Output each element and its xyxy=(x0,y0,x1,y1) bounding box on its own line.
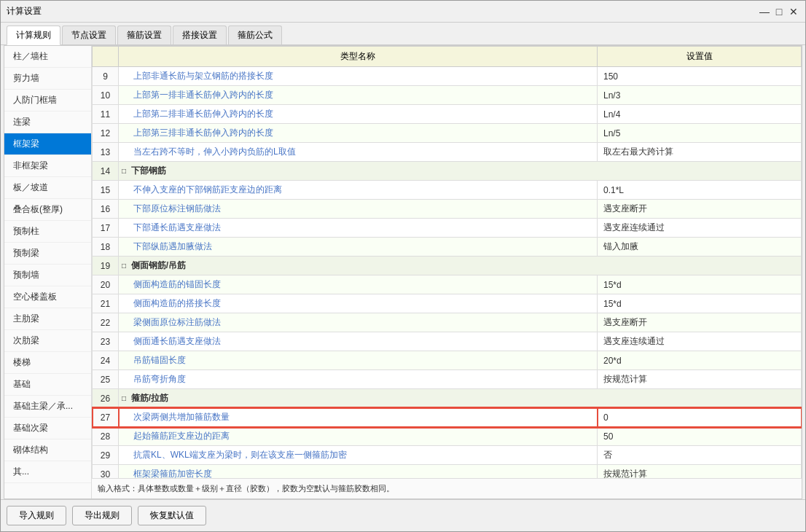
row-num: 13 xyxy=(93,143,119,162)
sidebar-item-foundation-main[interactable]: 基础主梁／承... xyxy=(4,396,91,418)
table-row[interactable]: 20侧面构造筋的锚固长度15*d xyxy=(93,275,802,294)
sidebar-item-precast-wall[interactable]: 预制墙 xyxy=(4,265,91,286)
table-row[interactable]: 17下部通长筋遇支座做法遇支座连续通过 xyxy=(93,219,802,238)
row-value[interactable]: 按规范计算 xyxy=(598,370,802,389)
sidebar-item-secondary-rib[interactable]: 次肋梁 xyxy=(4,330,91,352)
row-name: 上部第二排非通长筋伸入跨内的长度 xyxy=(119,105,598,124)
table-row[interactable]: 21侧面构造筋的搭接长度15*d xyxy=(93,294,802,313)
row-value[interactable]: 0.1*L xyxy=(598,181,802,200)
section-name: □ 侧面钢筋/吊筋 xyxy=(119,257,802,275)
row-value[interactable]: 150 xyxy=(598,67,802,86)
tab-stirrup-formula[interactable]: 箍筋公式 xyxy=(228,26,282,44)
export-button[interactable]: 导出规则 xyxy=(72,506,132,525)
sidebar-item-hollow-floor[interactable]: 空心楼盖板 xyxy=(4,286,91,308)
table-row[interactable]: 24吊筋锚固长度20*d xyxy=(93,351,802,370)
close-button[interactable]: ✕ xyxy=(788,6,799,17)
row-value[interactable]: 遇支座连续通过 xyxy=(598,219,802,238)
sidebar-item-lian-liang[interactable]: 连梁 xyxy=(4,112,91,133)
table-row[interactable]: 9上部非通长筋与架立钢筋的搭接长度150 xyxy=(93,67,802,86)
restore-button[interactable]: 恢复默认值 xyxy=(138,506,206,525)
table-row[interactable]: 29抗震KL、WKL端支座为梁时，则在该支座一侧箍筋加密否 xyxy=(93,446,802,465)
sidebar-item-other[interactable]: 其... xyxy=(4,461,91,483)
row-name: 侧面构造筋的锚固长度 xyxy=(119,275,598,294)
table-row[interactable]: 30框架梁箍筋加密长度按规范计算 xyxy=(93,465,802,479)
status-bar: 输入格式：具体整数或数量＋级别＋直径（胶数），胶数为空默认与箍筋胶数相同。 xyxy=(92,478,802,498)
tab-node-settings[interactable]: 节点设置 xyxy=(62,26,116,44)
row-num: 9 xyxy=(93,67,119,86)
collapse-icon[interactable]: □ xyxy=(122,262,128,270)
row-value[interactable]: 0 xyxy=(598,408,802,427)
sidebar-item-column[interactable]: 柱／墙柱 xyxy=(4,46,91,68)
row-num: 16 xyxy=(93,200,119,219)
table-row[interactable]: 15不伸入支座的下部钢筋距支座边的距离0.1*L xyxy=(93,181,802,200)
table-row[interactable]: 26□ 箍筋/拉筋 xyxy=(93,389,802,408)
sidebar-item-masonry[interactable]: 砌体结构 xyxy=(4,439,91,461)
table-row[interactable]: 11上部第二排非通长筋伸入跨内的长度Ln/4 xyxy=(93,105,802,124)
title-bar: 计算设置 — □ ✕ xyxy=(1,1,805,23)
row-name: 吊筋弯折角度 xyxy=(119,370,598,389)
collapse-icon[interactable]: □ xyxy=(122,394,128,402)
table-row[interactable]: 28起始箍筋距支座边的距离50 xyxy=(93,427,802,446)
row-value[interactable]: 锚入加腋 xyxy=(598,238,802,257)
row-value[interactable]: 否 xyxy=(598,446,802,465)
row-num: 12 xyxy=(93,124,119,143)
table-row[interactable]: 27次梁两侧共增加箍筋数量0 xyxy=(93,408,802,427)
sidebar-item-slab[interactable]: 板／坡道 xyxy=(4,177,91,199)
row-name: 下部纵筋遇加腋做法 xyxy=(119,238,598,257)
table-row[interactable]: 23侧面通长筋遇支座做法遇支座连续通过 xyxy=(93,332,802,351)
row-num: 10 xyxy=(93,86,119,105)
tab-calc-rules[interactable]: 计算规则 xyxy=(7,26,60,45)
sidebar-item-non-frame-beam[interactable]: 非框架梁 xyxy=(4,155,91,177)
window-title: 计算设置 xyxy=(7,5,42,17)
sidebar: 柱／墙柱 剪力墙 人防门框墙 连梁 框架梁 非框架梁 板／坡道 叠合板(整厚) … xyxy=(4,46,92,498)
sidebar-item-shear-wall[interactable]: 剪力墙 xyxy=(4,68,91,90)
table-row[interactable]: 14□ 下部钢筋 xyxy=(93,162,802,181)
collapse-icon[interactable]: □ xyxy=(122,167,128,175)
sidebar-item-foundation-sec[interactable]: 基础次梁 xyxy=(4,418,91,439)
row-value[interactable]: 遇支座断开 xyxy=(598,200,802,219)
table-row[interactable]: 10上部第一排非通长筋伸入跨内的长度Ln/3 xyxy=(93,86,802,105)
row-name: 抗震KL、WKL端支座为梁时，则在该支座一侧箍筋加密 xyxy=(119,446,598,465)
sidebar-item-foundation[interactable]: 基础 xyxy=(4,374,91,396)
table-container[interactable]: 类型名称 设置值 9上部非通长筋与架立钢筋的搭接长度15010上部第一排非通长筋… xyxy=(92,46,802,478)
row-value[interactable]: Ln/4 xyxy=(598,105,802,124)
row-name: 下部通长筋遇支座做法 xyxy=(119,219,598,238)
row-value[interactable]: 遇支座断开 xyxy=(598,313,802,332)
row-num: 14 xyxy=(93,162,119,181)
table-row[interactable]: 25吊筋弯折角度按规范计算 xyxy=(93,370,802,389)
table-row[interactable]: 12上部第三排非通长筋伸入跨内的长度Ln/5 xyxy=(93,124,802,143)
row-value[interactable]: 15*d xyxy=(598,275,802,294)
col-header-num xyxy=(93,47,119,67)
sidebar-item-blast-door[interactable]: 人防门框墙 xyxy=(4,90,91,112)
table-row[interactable]: 18下部纵筋遇加腋做法锚入加腋 xyxy=(93,238,802,257)
settings-table: 类型名称 设置值 9上部非通长筋与架立钢筋的搭接长度15010上部第一排非通长筋… xyxy=(92,46,802,478)
col-header-name: 类型名称 xyxy=(119,47,598,67)
sidebar-item-main-rib[interactable]: 主肋梁 xyxy=(4,308,91,330)
row-num: 23 xyxy=(93,332,119,351)
import-button[interactable]: 导入规则 xyxy=(7,506,66,525)
table-row[interactable]: 22梁侧面原位标注筋做法遇支座断开 xyxy=(93,313,802,332)
row-value[interactable]: Ln/5 xyxy=(598,124,802,143)
row-value[interactable]: 50 xyxy=(598,427,802,446)
table-row[interactable]: 16下部原位标注钢筋做法遇支座断开 xyxy=(93,200,802,219)
row-value[interactable]: Ln/3 xyxy=(598,86,802,105)
sidebar-item-precast-beam[interactable]: 预制梁 xyxy=(4,243,91,265)
row-value[interactable]: 20*d xyxy=(598,351,802,370)
tab-lap-settings[interactable]: 搭接设置 xyxy=(173,26,227,44)
sidebar-item-stair[interactable]: 楼梯 xyxy=(4,352,91,374)
minimize-button[interactable]: — xyxy=(759,6,770,17)
row-value[interactable]: 15*d xyxy=(598,294,802,313)
table-row[interactable]: 19□ 侧面钢筋/吊筋 xyxy=(93,257,802,275)
sidebar-item-composite-slab[interactable]: 叠合板(整厚) xyxy=(4,199,91,221)
sidebar-item-precast-column[interactable]: 预制柱 xyxy=(4,221,91,243)
row-num: 22 xyxy=(93,313,119,332)
row-value[interactable]: 按规范计算 xyxy=(598,465,802,479)
row-value[interactable]: 遇支座连续通过 xyxy=(598,332,802,351)
maximize-button[interactable]: □ xyxy=(773,6,785,17)
row-num: 25 xyxy=(93,370,119,389)
row-value[interactable]: 取左右最大跨计算 xyxy=(598,143,802,162)
sidebar-item-frame-beam[interactable]: 框架梁 xyxy=(4,133,91,155)
tab-stirrup-settings[interactable]: 箍筋设置 xyxy=(117,26,171,44)
table-row[interactable]: 13当左右跨不等时，伸入小跨内负筋的L取值取左右最大跨计算 xyxy=(93,143,802,162)
row-name: 上部非通长筋与架立钢筋的搭接长度 xyxy=(119,67,598,86)
